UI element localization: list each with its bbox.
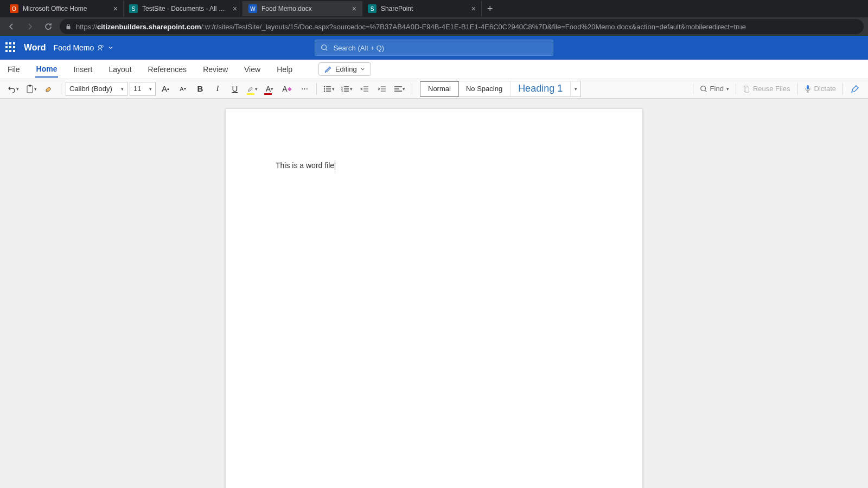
svg-rect-15 [807,85,809,89]
chevron-down-icon [360,67,365,72]
font-family-select[interactable]: Calibri (Body) ▾ [66,82,127,96]
chevron-down-icon: ▾ [332,86,335,92]
undo-button[interactable]: ▾ [5,81,21,97]
document-title[interactable]: Food Memo [54,43,114,52]
style-no-spacing[interactable]: No Spacing [458,81,510,97]
chevron-down-icon: ▾ [34,86,37,92]
separator [61,83,61,95]
more-font-options-button[interactable]: ⋯ [297,81,312,97]
browser-tab[interactable]: S SharePoint × [362,1,482,16]
svg-rect-4 [27,86,33,93]
document-body-text[interactable]: This is a word file [276,161,334,170]
browser-tab-active[interactable]: W Food Memo.docx × [243,1,362,16]
url-text: https://citizenbuilders.sharepoint.com/:… [76,23,746,31]
find-label: Find [710,85,724,93]
chevron-down-icon: ▾ [575,86,577,92]
bullet-list-button[interactable]: ▾ [321,81,337,97]
tab-review[interactable]: Review [202,62,229,77]
editing-mode-label: Editing [335,65,357,73]
search-icon [700,85,707,93]
undo-icon [8,85,16,93]
close-icon[interactable]: × [233,4,237,13]
find-button[interactable]: Find ▾ [698,81,731,97]
paste-button[interactable]: ▾ [23,81,39,97]
app-name: Word [24,43,46,53]
font-color-button[interactable]: A ▾ [262,81,277,97]
editor-pane-button[interactable] [847,81,863,97]
chevron-down-icon: ▾ [149,86,152,92]
close-icon[interactable]: × [471,4,476,13]
tab-title: SharePoint [381,5,468,12]
svg-rect-5 [29,85,31,86]
app-launcher-button[interactable] [5,42,16,53]
tab-layout[interactable]: Layout [107,62,132,77]
style-normal[interactable]: Normal [420,81,459,97]
share-status-icon [97,44,105,52]
chevron-down-icon: ▾ [121,86,124,92]
document-page[interactable]: This is a word file [225,108,643,488]
new-tab-button[interactable]: + [482,3,499,15]
paintbrush-icon [44,85,53,93]
styles-expand-button[interactable]: ▾ [571,86,580,92]
font-size-value: 11 [133,85,141,93]
svg-text:3: 3 [341,89,343,93]
reuse-files-label: Reuse Files [753,85,790,93]
reuse-files-button[interactable]: Reuse Files [741,81,793,97]
close-icon[interactable]: × [113,4,118,13]
format-painter-button[interactable] [41,81,56,97]
url-input[interactable]: https://citizenbuilders.sharepoint.com/:… [60,19,864,34]
close-icon[interactable]: × [352,4,356,13]
svg-rect-0 [67,26,71,29]
forward-button[interactable] [23,20,37,34]
chevron-down-icon [108,45,113,50]
document-canvas[interactable]: This is a word file [0,99,868,488]
font-size-select[interactable]: 11 ▾ [130,82,156,96]
microphone-icon [804,85,812,93]
back-button[interactable] [4,20,18,34]
arrow-right-icon [25,22,34,31]
dictate-label: Dictate [814,85,836,93]
svg-point-6 [324,86,325,87]
editing-mode-button[interactable]: Editing [318,62,371,76]
dictate-button[interactable]: Dictate [802,81,838,97]
tab-title: Food Memo.docx [261,5,349,12]
highlighter-icon [247,85,255,93]
outdent-icon [360,85,369,93]
italic-button[interactable]: I [210,81,225,97]
browser-tab[interactable]: O Microsoft Office Home × [4,1,124,16]
style-heading1[interactable]: Heading 1 [510,81,571,97]
underline-button[interactable]: U [227,81,242,97]
chevron-down-icon: ▾ [726,86,729,92]
sharepoint-favicon-icon: S [368,4,376,13]
align-button[interactable]: ▾ [392,81,407,97]
lock-icon [65,23,72,30]
browser-tab[interactable]: S TestSite - Documents - All Docu… × [124,1,243,16]
search-placeholder: Search (Alt + Q) [334,44,385,52]
tab-file[interactable]: File [7,62,21,77]
increase-indent-button[interactable] [374,81,390,97]
clear-formatting-button[interactable]: A◆ [279,81,295,97]
highlight-button[interactable]: ▾ [245,81,260,97]
clipboard-icon [25,84,34,94]
chevron-down-icon: ▾ [350,86,353,92]
tab-insert[interactable]: Insert [72,62,93,77]
decrease-indent-button[interactable] [357,81,372,97]
grow-font-button[interactable]: A▴ [158,81,173,97]
numbered-list-button[interactable]: 123 ▾ [339,81,355,97]
separator [843,83,843,95]
search-input[interactable]: Search (Alt + Q) [315,40,553,56]
chevron-down-icon: ▾ [403,86,405,92]
tab-home[interactable]: Home [35,61,59,78]
tab-references[interactable]: References [147,62,188,77]
arrow-left-icon [7,22,16,31]
shrink-font-button[interactable]: A▾ [175,81,190,97]
svg-point-8 [324,90,325,91]
svg-rect-14 [745,87,749,92]
reload-button[interactable] [41,20,55,34]
file-icon [743,85,750,93]
tab-title: TestSite - Documents - All Docu… [142,5,229,12]
bold-button[interactable]: B [193,81,208,97]
chevron-down-icon: ▾ [16,86,19,92]
tab-view[interactable]: View [243,62,261,77]
tab-help[interactable]: Help [276,62,293,77]
